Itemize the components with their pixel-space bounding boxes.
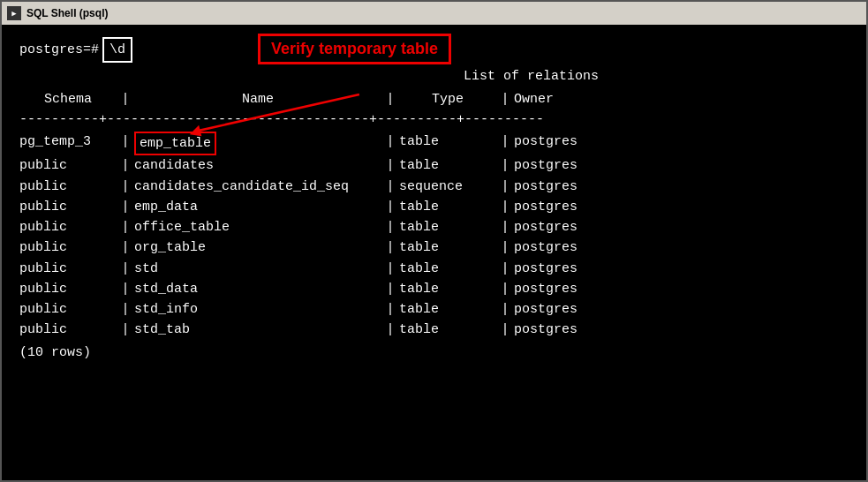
cell-schema: public [19,217,117,237]
cell-schema: pg_temp_3 [19,132,117,155]
pipe: | [496,237,514,258]
table-row: public|std_tab|table|postgres [19,320,849,340]
cell-name: candidates [134,155,381,176]
pipe: | [381,155,399,176]
pipe: | [381,177,399,197]
pipe: | [496,320,514,340]
col-schema-header: Schema [19,89,117,109]
cell-schema: public [19,320,117,340]
cell-owner: postgres [514,259,620,279]
cell-name: emp_data [134,197,381,217]
cell-type: table [399,197,496,217]
pipe: | [117,197,134,217]
command-box: \d [102,37,132,63]
pipe: | [381,299,399,320]
pipe: | [496,279,514,299]
cell-owner: postgres [514,177,620,197]
terminal[interactable]: Verify temporary table postgres=# \d Lis… [2,25,866,480]
window-title: SQL Shell (psql) [26,7,108,19]
cell-type: table [399,132,496,155]
cell-owner: postgres [514,279,620,299]
cell-type: table [399,279,496,299]
table-row: public|office_table|table|postgres [19,217,849,237]
cell-owner: postgres [514,320,620,340]
cell-name: std_data [134,279,381,299]
table-rows: pg_temp_3|emp_table|table|postgrespublic… [19,132,849,341]
cell-owner: postgres [514,155,620,176]
cell-type: sequence [399,177,496,197]
pipe: | [381,259,399,279]
table-row: public|std_data|table|postgres [19,279,849,299]
cell-schema: public [19,259,117,279]
col-type-header: Type [399,89,496,109]
table-row: public|org_table|table|postgres [19,237,849,258]
cell-type: table [399,237,496,258]
column-headers: Schema | Name | Type | Owner [19,89,849,109]
pipe: | [117,279,134,299]
prompt-line: postgres=# \d [19,37,849,63]
cell-schema: public [19,197,117,217]
pipe: | [117,299,134,320]
cell-schema: public [19,155,117,176]
title-bar: ▶ SQL Shell (psql) [2,2,866,25]
pipe: | [496,299,514,320]
cell-type: table [399,217,496,237]
pipe: | [496,259,514,279]
cell-name: office_table [134,217,381,237]
pipe: | [117,217,134,237]
terminal-content: postgres=# \d List of relations Schema |… [19,37,849,363]
pipe: | [117,177,134,197]
table-row: public|emp_data|table|postgres [19,197,849,217]
pipe: | [496,217,514,237]
cell-name: std_info [134,299,381,320]
cell-schema: public [19,237,117,258]
cell-name: candidates_candidate_id_seq [134,177,381,197]
pipe: | [381,217,399,237]
pipe: | [117,259,134,279]
cell-type: table [399,155,496,176]
pipe: | [381,279,399,299]
pipe3: | [496,89,514,109]
prompt-text: postgres=# [19,40,99,60]
pipe: | [381,132,399,155]
table-row: public|std_info|table|postgres [19,299,849,320]
pipe: | [496,132,514,155]
table-row: public|candidates|table|postgres [19,155,849,176]
pipe: | [117,237,134,258]
cell-schema: public [19,177,117,197]
cell-type: table [399,320,496,340]
cell-type: table [399,299,496,320]
pipe: | [117,320,134,340]
pipe: | [496,177,514,197]
list-header: List of relations [19,66,849,87]
table-row: pg_temp_3|emp_table|table|postgres [19,132,849,155]
footer-rows: (10 rows) [19,343,849,363]
pipe1: | [117,89,134,109]
cell-owner: postgres [514,132,620,155]
table-row: public|std|table|postgres [19,259,849,279]
app-icon: ▶ [7,6,21,20]
cell-type: table [399,259,496,279]
pipe: | [496,197,514,217]
cell-owner: postgres [514,197,620,217]
col-owner-header: Owner [514,89,620,109]
cell-name: emp_table [134,132,381,155]
pipe: | [117,155,134,176]
pipe: | [381,237,399,258]
table-row: public|candidates_candidate_id_seq|seque… [19,177,849,197]
cell-owner: postgres [514,217,620,237]
cell-owner: postgres [514,237,620,258]
pipe2: | [381,89,399,109]
pipe: | [381,320,399,340]
separator: ----------+-----------------------------… [19,109,849,130]
cell-name: org_table [134,237,381,258]
cell-schema: public [19,279,117,299]
col-name-header: Name [134,89,381,109]
pipe: | [496,155,514,176]
cell-schema: public [19,299,117,320]
highlighted-table-name: emp_table [134,132,216,155]
pipe: | [381,197,399,217]
cell-name: std_tab [134,320,381,340]
main-window: ▶ SQL Shell (psql) Verify temporary tabl… [0,0,868,482]
cell-name: std [134,259,381,279]
